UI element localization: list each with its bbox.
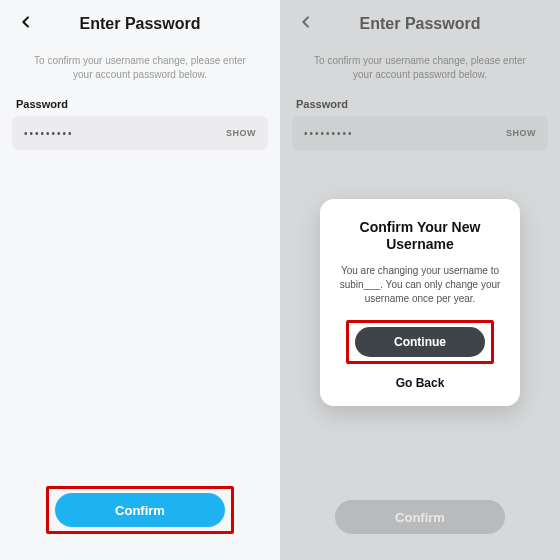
confirm-username-modal: Confirm Your New Username You are changi…: [320, 199, 520, 406]
confirm-button[interactable]: Confirm: [55, 493, 225, 527]
chevron-left-icon: [18, 14, 34, 34]
modal-body: You are changing your username to subin_…: [336, 264, 504, 306]
continue-button[interactable]: Continue: [355, 327, 485, 357]
instruction-text: To confirm your username change, please …: [0, 48, 280, 98]
show-password-button[interactable]: SHOW: [506, 128, 536, 138]
page-title: Enter Password: [360, 15, 481, 33]
highlight-annotation: Confirm: [46, 486, 234, 534]
confirm-button-disabled: Confirm: [335, 500, 505, 534]
back-button[interactable]: [292, 10, 320, 38]
show-password-button[interactable]: SHOW: [226, 128, 256, 138]
password-masked-value: •••••••••: [24, 128, 226, 139]
password-masked-value: •••••••••: [304, 128, 506, 139]
screen-enter-password-with-modal: Enter Password To confirm your username …: [280, 0, 560, 560]
password-label: Password: [0, 98, 280, 116]
password-field[interactable]: ••••••••• SHOW: [12, 116, 268, 150]
go-back-button[interactable]: Go Back: [336, 376, 504, 390]
modal-title: Confirm Your New Username: [336, 219, 504, 254]
instruction-text: To confirm your username change, please …: [280, 48, 560, 98]
header: Enter Password: [280, 0, 560, 48]
back-button[interactable]: [12, 10, 40, 38]
confirm-wrap: Confirm: [0, 486, 280, 560]
header: Enter Password: [0, 0, 280, 48]
screen-enter-password: Enter Password To confirm your username …: [0, 0, 280, 560]
confirm-wrap: Confirm: [280, 500, 560, 560]
chevron-left-icon: [298, 14, 314, 34]
highlight-annotation: Continue: [346, 320, 494, 364]
page-title: Enter Password: [80, 15, 201, 33]
password-label: Password: [280, 98, 560, 116]
spacer: [0, 150, 280, 486]
password-field[interactable]: ••••••••• SHOW: [292, 116, 548, 150]
